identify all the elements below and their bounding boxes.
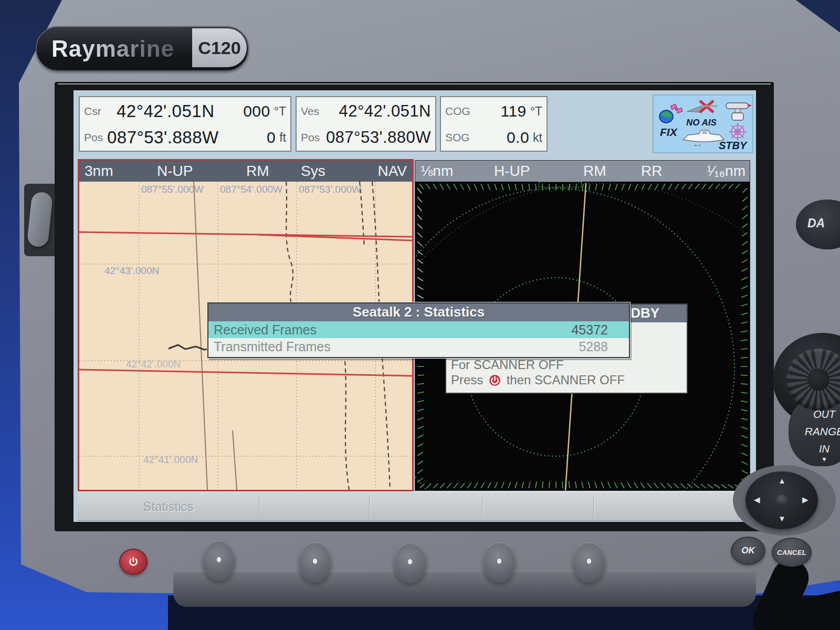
seatalk-statistics-dialog: Seatalk 2 : Statistics Received Frames 4… bbox=[207, 302, 630, 358]
radar-range: ⅛nm bbox=[421, 163, 453, 180]
cog-unit: °T bbox=[530, 104, 542, 119]
softkey-divider bbox=[482, 496, 482, 517]
status-icon-panel: FIX NO AIS bbox=[653, 94, 753, 153]
scanner-icon bbox=[725, 100, 752, 123]
cursor-data-box: Csr 42°42'.051N 000 °T Pos 087°53'.888W … bbox=[79, 96, 291, 152]
chart-sys: Sys bbox=[301, 163, 326, 180]
stby-wheel-icon bbox=[727, 122, 748, 142]
chart-lon-label: 087°54'.000W bbox=[220, 184, 282, 195]
photo-scene: Raymarine C120 Csr 42°42'.051N 000 °T Po… bbox=[0, 0, 840, 630]
cursor-bearing-unit: °T bbox=[274, 104, 286, 119]
softkey-button-2[interactable] bbox=[298, 542, 332, 583]
scanner-off-message: For SCANNER OFF Press then SCANNER OFF bbox=[451, 357, 625, 387]
radar-pane-header: ⅛nm H-UP RM RR ¹⁄₁₆nm bbox=[415, 161, 750, 182]
cog-sog-box: COG 119 °T SOG 0.0 kt bbox=[440, 96, 548, 152]
softkey-button-3[interactable] bbox=[393, 542, 427, 583]
chart-lat-label: 42°43'.000N bbox=[104, 265, 159, 277]
power-button[interactable] bbox=[119, 549, 148, 575]
chart-lon-label: 087°53'.000W bbox=[299, 184, 361, 195]
vessel-lat: 42°42'.051N bbox=[339, 102, 431, 121]
brand-logo: Raymarine bbox=[51, 36, 174, 62]
radar-orientation: H-UP bbox=[494, 163, 530, 180]
chart-orientation: N-UP bbox=[157, 163, 193, 180]
model-label: C120 bbox=[198, 38, 240, 58]
cancel-button[interactable]: CANCEL bbox=[772, 538, 812, 567]
softkey-divider bbox=[369, 496, 370, 517]
rotary-knob-cap bbox=[807, 369, 830, 391]
softkey-bar: Statistics bbox=[78, 491, 752, 521]
range-label: RANGE bbox=[803, 425, 840, 438]
range-in-label: IN bbox=[803, 443, 840, 455]
model-plate: C120 bbox=[192, 28, 247, 67]
sog-label: SOG bbox=[445, 131, 470, 144]
softkey-button-4[interactable] bbox=[482, 542, 516, 583]
cursor-label: Csr bbox=[84, 105, 107, 118]
power-icon bbox=[128, 556, 139, 568]
power-symbol-icon bbox=[489, 374, 501, 386]
dialog-title: Seatalk 2 : Statistics bbox=[208, 303, 629, 321]
chart-range: 3nm bbox=[85, 163, 113, 180]
chart-pane-header: 3nm N-UP RM Sys NAV bbox=[79, 161, 412, 182]
radar-ring-range: ¹⁄₁₆nm bbox=[707, 163, 746, 180]
sog-value: 0.0 bbox=[507, 129, 529, 146]
cog-value: 119 bbox=[500, 102, 526, 120]
radar-bearing-marker bbox=[539, 182, 582, 187]
ok-button[interactable]: OK bbox=[731, 537, 765, 565]
device-stand bbox=[173, 572, 756, 607]
dpad-center[interactable] bbox=[776, 495, 788, 505]
no-ais-badge: NO AIS bbox=[686, 118, 717, 128]
fix-globe-icon bbox=[658, 103, 683, 125]
chart-motion-mode: RM bbox=[246, 163, 269, 180]
cursor-lat: 42°42'.051N bbox=[117, 101, 214, 121]
radar-motion-mode: RM bbox=[583, 163, 606, 180]
range-in-arrow-icon: ▼ bbox=[803, 456, 840, 463]
softkey-divider bbox=[259, 496, 259, 517]
fix-badge: FIX bbox=[660, 126, 677, 139]
scanner-msg-line2: Press then SCANNER OFF bbox=[451, 372, 625, 387]
chart-lat-label: 42°41'.000N bbox=[143, 454, 198, 466]
vessel-label: Ves bbox=[301, 105, 324, 118]
screen: Csr 42°42'.051N 000 °T Pos 087°53'.888W … bbox=[74, 90, 756, 522]
no-ais-icon bbox=[686, 99, 719, 117]
chart-lat-label: 42°42'.000N bbox=[126, 359, 181, 370]
radar-rings-label: RR bbox=[641, 163, 662, 180]
sog-unit: kt bbox=[533, 131, 542, 145]
brand-plate: Raymarine C120 bbox=[36, 26, 249, 71]
dpad-down-icon[interactable]: ▼ bbox=[778, 514, 786, 522]
vessel-data-box: Ves 42°42'.051N Pos 087°53'.880W bbox=[296, 96, 436, 152]
dpad-left-icon[interactable]: ◀ bbox=[754, 496, 760, 503]
dialog-row-received-frames[interactable]: Received Frames 45372 bbox=[208, 321, 629, 338]
cog-label: COG bbox=[445, 105, 470, 118]
softkey-button-1[interactable] bbox=[202, 540, 236, 581]
stby-badge: STBY bbox=[719, 140, 747, 152]
vessel-lon: 087°53'.880W bbox=[326, 128, 431, 147]
dpad-right-icon[interactable]: ▶ bbox=[802, 496, 808, 503]
directional-pad[interactable]: ▲ ▼ ◀ ▶ bbox=[746, 471, 818, 529]
softkey-button-5[interactable] bbox=[572, 542, 606, 583]
softkey-statistics[interactable]: Statistics bbox=[78, 499, 259, 514]
chart-nav: NAV bbox=[378, 163, 407, 180]
chart-lon-label: 087°55'.000W bbox=[141, 184, 204, 195]
scanner-msg-line1: For SCANNER OFF bbox=[451, 357, 625, 372]
softkey-divider bbox=[593, 496, 594, 517]
dpad-up-icon[interactable]: ▲ bbox=[778, 477, 786, 485]
cursor-depth: 0 bbox=[267, 129, 276, 146]
cursor-lon: 087°53'.888W bbox=[107, 128, 219, 148]
vessel-pos-label: Pos bbox=[301, 131, 324, 144]
cursor-depth-unit: ft bbox=[279, 131, 286, 145]
cursor-bearing: 000 bbox=[243, 102, 270, 120]
cursor-pos-label: Pos bbox=[84, 131, 107, 144]
dialog-row-transmitted-frames[interactable]: Transmitted Frames 5288 bbox=[208, 338, 629, 355]
